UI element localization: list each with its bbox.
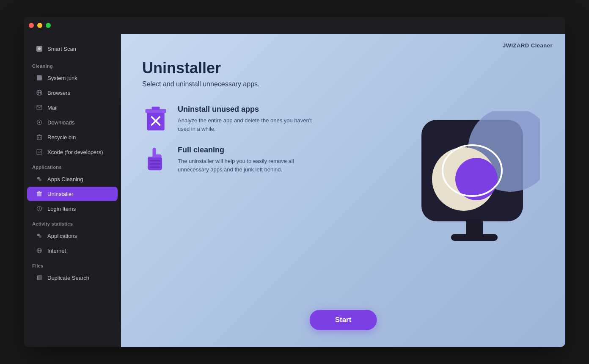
downloads-icon <box>36 119 43 126</box>
svg-point-24 <box>39 235 41 238</box>
sidebar-item-recycle-bin[interactable]: Recycle bin <box>27 130 118 144</box>
smart-scan-icon <box>36 45 43 52</box>
sidebar-item-internet[interactable]: Internet <box>27 243 118 258</box>
section-label-files: Files <box>24 258 121 270</box>
feature-uninstall-unused: Uninstall unused apps Analyze the entire… <box>142 105 354 133</box>
apps-cleaning-label: Apps Cleaning <box>47 176 83 182</box>
page-subtitle: Select and uninstall unnecessary apps. <box>142 80 544 88</box>
svg-point-1 <box>38 47 41 50</box>
start-button[interactable]: Start <box>310 310 377 330</box>
full-cleaning-icon <box>142 146 169 173</box>
features-list: Uninstall unused apps Analyze the entire… <box>142 105 354 174</box>
login-items-icon <box>36 205 43 212</box>
xcode-icon: </> <box>36 148 43 156</box>
recycle-bin-icon <box>36 133 43 141</box>
main-content: JWIZARD Cleaner Uninstaller Select and u… <box>121 34 565 347</box>
uninstall-unused-icon <box>142 105 169 132</box>
apps-cleaning-icon <box>36 175 43 183</box>
titlebar <box>24 17 565 34</box>
internet-icon <box>36 247 43 254</box>
svg-rect-32 <box>152 107 160 110</box>
minimize-button[interactable] <box>37 23 42 28</box>
feature-uninstall-desc: Analyze the entire app and delete the on… <box>178 116 322 133</box>
svg-rect-29 <box>38 275 42 280</box>
section-label-activity: Activity statistics <box>24 216 121 228</box>
sidebar-item-system-junk[interactable]: System junk <box>27 71 118 85</box>
feature-full-cleaning-text: Full cleaning The uninstaller will help … <box>178 146 322 174</box>
browsers-icon <box>36 89 43 97</box>
sidebar-item-downloads[interactable]: Downloads <box>27 115 118 130</box>
activity-applications-label: Applications <box>47 233 77 239</box>
svg-rect-17 <box>37 192 41 196</box>
sidebar-item-apps-cleaning[interactable]: Apps Cleaning <box>27 172 118 186</box>
close-button[interactable] <box>29 23 34 28</box>
sidebar-item-mail[interactable]: Mail <box>27 100 118 115</box>
uninstaller-icon <box>36 190 43 198</box>
browsers-label: Browsers <box>47 90 70 96</box>
svg-rect-8 <box>37 135 41 140</box>
smart-scan-label: Smart Scan <box>47 46 76 52</box>
sidebar-item-login-items[interactable]: Login Items <box>27 201 118 216</box>
sidebar: Smart Scan Cleaning System junk <box>24 34 121 347</box>
system-junk-icon <box>36 74 43 82</box>
recycle-bin-label: Recycle bin <box>47 134 76 141</box>
mail-icon <box>36 104 43 111</box>
svg-rect-45 <box>451 234 498 241</box>
svg-text:</>: </> <box>38 150 42 154</box>
feature-full-cleaning-desc: The uninstaller will help you to easily … <box>178 157 322 174</box>
feature-uninstall-text: Uninstall unused apps Analyze the entire… <box>178 105 322 133</box>
sidebar-item-xcode[interactable]: </> Xcode (for developers) <box>27 145 118 159</box>
sidebar-item-activity-applications[interactable]: Applications <box>27 229 118 243</box>
maximize-button[interactable] <box>46 23 51 28</box>
section-label-applications: Applications <box>24 160 121 171</box>
svg-rect-44 <box>466 219 483 236</box>
app-window: Smart Scan Cleaning System junk <box>24 17 565 347</box>
internet-label: Internet <box>47 248 66 254</box>
sidebar-item-smart-scan[interactable]: Smart Scan <box>27 41 118 57</box>
system-junk-label: System junk <box>47 75 77 81</box>
section-label-cleaning: Cleaning <box>24 58 121 70</box>
feature-full-cleaning-title: Full cleaning <box>178 146 322 154</box>
duplicate-search-icon <box>36 274 43 281</box>
sidebar-item-browsers[interactable]: Browsers <box>27 85 118 100</box>
sidebar-item-duplicate-search[interactable]: Duplicate Search <box>27 270 118 285</box>
duplicate-search-label: Duplicate Search <box>47 275 89 281</box>
traffic-lights <box>29 23 51 28</box>
app-title: JWIZARD Cleaner <box>503 42 553 49</box>
downloads-label: Downloads <box>47 119 74 126</box>
uninstaller-label: Uninstaller <box>47 191 73 197</box>
start-button-wrapper: Start <box>310 310 377 330</box>
xcode-label: Xcode (for developers) <box>47 149 103 155</box>
feature-full-cleaning: Full cleaning The uninstaller will help … <box>142 146 354 174</box>
svg-point-16 <box>39 179 41 181</box>
login-items-label: Login Items <box>47 206 76 212</box>
monitor-illustration <box>413 111 540 255</box>
sidebar-item-uninstaller[interactable]: Uninstaller <box>27 187 118 201</box>
activity-applications-icon <box>36 232 43 240</box>
feature-uninstall-title: Uninstall unused apps <box>178 105 322 114</box>
svg-rect-2 <box>37 75 42 80</box>
svg-point-22 <box>39 209 40 210</box>
mail-label: Mail <box>47 105 58 111</box>
page-heading: Uninstaller <box>142 59 544 77</box>
content-area: Smart Scan Cleaning System junk <box>24 34 565 347</box>
